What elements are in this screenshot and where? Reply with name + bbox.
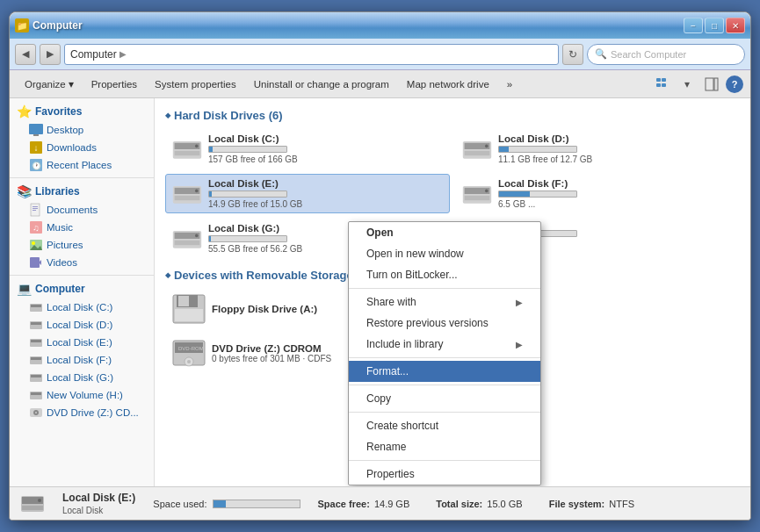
documents-icon [29, 203, 43, 217]
window-icon: 📁 [15, 18, 29, 32]
sidebar: ⭐ Favorites Desktop ↓ Downloads 🕐 Recent… [10, 98, 155, 486]
svg-point-69 [187, 360, 191, 363]
sidebar-libraries-header[interactable]: 📚 Libraries [10, 182, 154, 201]
downloads-icon: ↓ [29, 140, 43, 155]
context-restore[interactable]: Restore previous versions [349, 313, 540, 334]
minimize-button[interactable]: − [684, 18, 703, 33]
sidebar-item-c[interactable]: Local Disk (C:) [10, 298, 154, 316]
context-sep-3 [349, 385, 540, 385]
search-bar[interactable]: 🔍 Search Computer [587, 44, 745, 65]
context-format[interactable]: Format... [349, 361, 540, 382]
view-dropdown-button[interactable]: ▾ [677, 74, 698, 95]
sidebar-item-pictures[interactable]: Pictures [10, 236, 154, 254]
context-include-library[interactable]: Include in library ▶ [349, 334, 540, 355]
context-bitlocker[interactable]: Turn on BitLocker... [349, 264, 540, 285]
context-create-shortcut[interactable]: Create shortcut [349, 415, 540, 436]
svg-rect-14 [33, 208, 38, 209]
drive-f-bar [498, 191, 577, 198]
sidebar-item-music[interactable]: ♫ Music [10, 219, 154, 236]
drive-e-fill [209, 191, 212, 197]
drive-g-icon [29, 370, 43, 385]
svg-rect-1 [662, 78, 666, 82]
address-bar: ◀ ▶ Computer ▶ ↻ 🔍 Search Computer [10, 39, 750, 70]
drive-g-fill [209, 236, 211, 241]
drive-c-icon [29, 300, 43, 314]
recent-icon: 🕐 [29, 158, 43, 172]
computer-icon: 💻 [17, 282, 32, 296]
sidebar-item-f[interactable]: Local Disk (F:) [10, 351, 154, 369]
window-title: Computer [33, 19, 83, 32]
drive-d-info: Local Disk (D:) 11.1 GB free of 12.7 GB [498, 133, 734, 164]
more-button[interactable]: » [499, 74, 520, 95]
drive-d-fill [499, 147, 509, 152]
context-properties[interactable]: Properties [349, 464, 540, 485]
view-options-button[interactable] [652, 74, 673, 95]
sidebar-item-g[interactable]: Local Disk (G:) [10, 369, 154, 386]
context-share-with[interactable]: Share with ▶ [349, 291, 540, 313]
sidebar-item-videos[interactable]: Videos [10, 254, 154, 271]
context-menu: Open Open in new window Turn on BitLocke… [348, 221, 541, 485]
organize-button[interactable]: Organize ▾ [17, 74, 82, 95]
svg-rect-73 [22, 506, 43, 510]
sidebar-computer-section: 💻 Computer Local Disk (C:) Local Disk (D… [10, 279, 154, 421]
drive-item-e[interactable]: Local Disk (E:) 14.9 GB free of 15.0 GB [165, 174, 450, 213]
main-content: ⭐ Favorites Desktop ↓ Downloads 🕐 Recent… [10, 98, 750, 486]
path-label: Computer [70, 48, 117, 61]
status-progress-fill [214, 500, 227, 507]
svg-rect-48 [175, 195, 200, 199]
uninstall-button[interactable]: Uninstall or change a program [246, 74, 397, 95]
svg-point-19 [32, 241, 35, 245]
preview-button[interactable] [701, 74, 722, 95]
drive-f-info: Local Disk (F:) 6.5 GB ... [498, 178, 734, 209]
svg-rect-64 [178, 296, 189, 306]
status-bar-info: Local Disk (E:) Local Disk [62, 492, 135, 515]
refresh-button[interactable]: ↻ [562, 44, 583, 65]
sidebar-item-e[interactable]: Local Disk (E:) [10, 334, 154, 351]
nav-back-button[interactable]: ◀ [15, 44, 36, 65]
desktop-icon [29, 123, 43, 137]
svg-rect-4 [706, 78, 713, 90]
drive-item-d[interactable]: Local Disk (D:) 11.1 GB free of 12.7 GB [455, 129, 740, 169]
sidebar-item-desktop[interactable]: Desktop [10, 121, 154, 139]
drive-f-fill [499, 191, 530, 197]
share-with-arrow: ▶ [516, 298, 523, 307]
sidebar-item-h[interactable]: New Volume (H:) [10, 386, 154, 404]
file-area: Hard Disk Drives (6) Local Disk (C:) [155, 98, 750, 486]
svg-rect-44 [465, 150, 490, 155]
sidebar-item-downloads[interactable]: ↓ Downloads [10, 139, 154, 156]
main-window: 📁 Computer − □ ✕ ◀ ▶ Computer ▶ ↻ 🔍 Sear… [9, 11, 751, 521]
drive-item-c[interactable]: Local Disk (C:) 157 GB free of 166 GB [165, 129, 450, 169]
context-open[interactable]: Open [349, 222, 540, 243]
svg-point-74 [38, 499, 41, 502]
help-button[interactable]: ? [726, 75, 743, 93]
status-bar: Local Disk (E:) Local Disk Space used: S… [10, 486, 750, 520]
sidebar-computer-header[interactable]: 💻 Computer [10, 279, 154, 298]
sidebar-item-recent[interactable]: 🕐 Recent Places [10, 156, 154, 174]
svg-rect-2 [656, 83, 661, 87]
map-drive-button[interactable]: Map network drive [399, 74, 497, 95]
context-rename[interactable]: Rename [349, 436, 540, 457]
context-copy[interactable]: Copy [349, 388, 540, 409]
sidebar-favorites-header[interactable]: ⭐ Favorites [10, 102, 154, 121]
svg-point-45 [485, 144, 489, 147]
context-open-new-window[interactable]: Open in new window [349, 243, 540, 264]
close-button[interactable]: ✕ [726, 18, 745, 33]
system-properties-button[interactable]: System properties [147, 74, 244, 95]
svg-rect-30 [31, 357, 41, 360]
maximize-button[interactable]: □ [705, 18, 724, 33]
include-library-arrow: ▶ [516, 340, 523, 349]
svg-text:↓: ↓ [34, 143, 39, 153]
context-sep-4 [349, 412, 540, 413]
svg-text:♫: ♫ [33, 223, 40, 233]
drive-item-f[interactable]: Local Disk (F:) 6.5 GB ... [455, 174, 740, 213]
svg-rect-6 [29, 124, 43, 134]
address-path[interactable]: Computer ▶ [64, 44, 559, 65]
sidebar-item-documents[interactable]: Documents [10, 201, 154, 219]
svg-rect-21 [30, 257, 40, 268]
svg-point-53 [485, 189, 489, 192]
properties-button[interactable]: Properties [83, 74, 145, 95]
nav-forward-button[interactable]: ▶ [40, 44, 61, 65]
sidebar-item-d[interactable]: Local Disk (D:) [10, 316, 154, 334]
svg-text:DVD-ROM: DVD-ROM [178, 346, 204, 351]
sidebar-item-z[interactable]: DVD Drive (Z:) CD... [10, 404, 154, 421]
